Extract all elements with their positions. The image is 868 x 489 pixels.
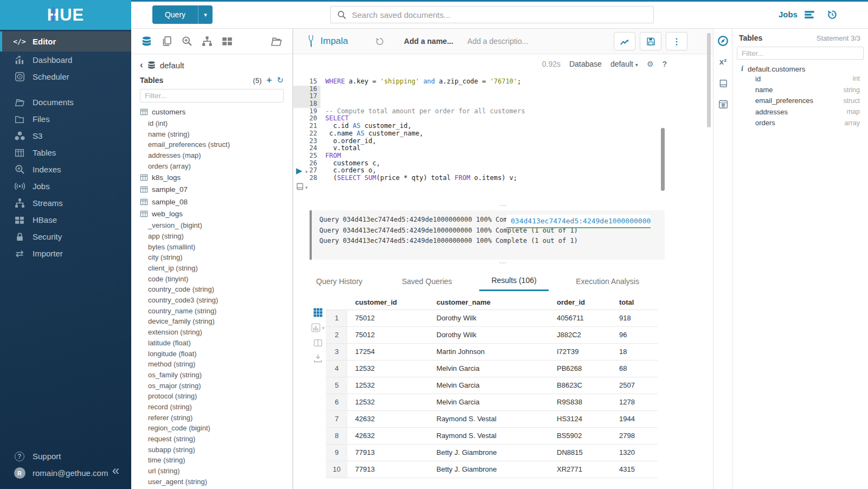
sidebar-item-importer[interactable]: ⇄Importer <box>0 245 131 262</box>
sidebar-item-documents[interactable]: Documents <box>0 94 131 111</box>
calendar-icon[interactable] <box>713 99 732 109</box>
assist-column[interactable]: extension (string) <box>131 327 292 338</box>
results-resize-handle[interactable]: ⋯ <box>293 261 713 266</box>
assist-column[interactable]: _version_ (bigint) <box>131 220 292 231</box>
assist-column[interactable]: protocol (string) <box>131 391 292 402</box>
query-history-icon[interactable] <box>375 37 384 46</box>
code-scrollbar[interactable] <box>661 128 665 191</box>
right-column-email_preferences[interactable]: email_preferencesstruct <box>732 95 868 106</box>
assist-column[interactable]: country_code3 (string) <box>131 295 292 306</box>
history-icon[interactable] <box>827 9 838 20</box>
result-row-7[interactable]: 742632Raymond S. VestalHS31241944 <box>326 410 658 427</box>
tab-query-history[interactable]: Query History <box>304 271 375 291</box>
assist-column[interactable]: city (string) <box>131 252 292 263</box>
assist-column[interactable]: region_code (bigint) <box>131 423 292 434</box>
right-column-orders[interactable]: ordersarray <box>732 118 868 128</box>
result-row-8[interactable]: 842632Raymond S. VestalBS59022798 <box>326 427 658 444</box>
assist-column[interactable]: time (string) <box>131 455 292 466</box>
columns-view-icon[interactable] <box>311 338 325 348</box>
log-resize-handle[interactable]: ⋯ <box>293 203 713 209</box>
result-row-4[interactable]: 412532Melvin GarciaPB626868 <box>326 360 658 377</box>
result-row-6[interactable]: 612532Melvin GarciaR9S8381278 <box>326 394 658 410</box>
refresh-icon[interactable]: ↻ <box>277 75 284 85</box>
save-button[interactable] <box>640 32 661 50</box>
assist-column[interactable]: os_family (string) <box>131 370 292 381</box>
assist-column[interactable]: latitude (float) <box>131 338 292 349</box>
assist-column[interactable]: id (int) <box>131 118 292 129</box>
run-options-caret-icon[interactable]: ▾ <box>305 169 308 175</box>
hue-logo[interactable]: HUE <box>47 5 84 25</box>
sidebar-item-jobs[interactable]: Jobs <box>0 178 131 195</box>
language-docs-icon[interactable] <box>713 79 732 88</box>
assist-column[interactable]: addresses (map) <box>131 150 292 161</box>
snippet-docs-caret-icon[interactable]: ▾ <box>305 185 308 190</box>
sidebar-item-support[interactable]: ? Support <box>0 448 131 465</box>
sidebar-item-indexes[interactable]: Indexes <box>0 161 131 178</box>
tab-execution-analysis[interactable]: Execution Analysis <box>564 271 651 291</box>
snippet-docs-icon[interactable] <box>295 182 304 191</box>
functions-icon[interactable]: x² <box>713 57 732 66</box>
assist-column[interactable]: email_preferences (struct) <box>131 139 292 150</box>
database-select[interactable]: default ▾ <box>610 60 638 68</box>
assist-column[interactable]: name (string) <box>131 128 292 139</box>
sidebar-item-tables[interactable]: Tables <box>0 144 131 161</box>
col-header-customer_name[interactable]: customer_name <box>429 295 549 310</box>
result-row-5[interactable]: 512532Melvin GarciaB8623C2507 <box>326 377 658 394</box>
jobs-list-icon[interactable] <box>804 10 815 20</box>
sidebar-item-streams[interactable]: Streams <box>0 195 131 211</box>
result-row-9[interactable]: 977913Betty J. GiambroneDN88151320 <box>326 444 658 461</box>
documents-copy-icon[interactable] <box>162 36 172 47</box>
sidebar-collapse-button[interactable]: « <box>112 463 119 478</box>
engine-name[interactable]: Impala <box>320 36 348 47</box>
assist-column[interactable]: orders (array) <box>131 160 292 171</box>
tab-results-106-[interactable]: Results (106) <box>479 271 548 291</box>
sitemap-icon[interactable] <box>202 36 213 47</box>
zoom-plus-icon[interactable] <box>182 36 192 47</box>
chart-view-icon[interactable] <box>311 323 320 332</box>
tables-filter-input[interactable] <box>145 92 279 100</box>
right-column-addresses[interactable]: addressesmap <box>732 106 868 117</box>
assist-table-sample_07[interactable]: sample_07 <box>131 183 292 196</box>
databases-icon[interactable] <box>141 36 152 47</box>
assist-column[interactable]: user_agent (string) <box>131 476 292 487</box>
assist-table-web_logs[interactable]: web_logs <box>131 208 292 220</box>
assist-column[interactable]: longitude (float) <box>131 348 292 359</box>
assist-column[interactable]: request (string) <box>131 434 292 445</box>
sidebar-item-editor[interactable]: </>Editor <box>0 31 131 52</box>
col-header-order_id[interactable]: order_id <box>549 295 612 310</box>
result-row-1[interactable]: 175012Dorothy Wilk4056711918 <box>326 310 658 326</box>
assist-column[interactable]: bytes (smallint) <box>131 241 292 252</box>
open-folder-icon[interactable] <box>271 36 282 47</box>
query-caret-icon[interactable]: ▾ <box>198 5 213 24</box>
col-header-customer_id[interactable]: customer_id <box>348 295 429 310</box>
apps-grid-icon[interactable] <box>222 36 233 47</box>
chart-view-caret-icon[interactable]: ▾ <box>322 325 325 331</box>
new-query-button[interactable]: Query ▾ <box>152 5 213 24</box>
back-chevron-icon[interactable]: ‹ <box>140 60 143 70</box>
assist-column[interactable]: country_name (string) <box>131 305 292 316</box>
sidebar-item-files[interactable]: Files <box>0 111 131 127</box>
active-table-row[interactable]: i default.customers <box>732 65 868 73</box>
download-icon[interactable] <box>311 353 325 363</box>
database-name[interactable]: default <box>160 61 184 70</box>
run-query-button[interactable]: ▶ <box>296 166 303 176</box>
assist-compass-icon[interactable] <box>713 35 732 47</box>
assist-column[interactable]: method (string) <box>131 359 292 370</box>
job-id-link[interactable]: 034d413ec7474ed5:4249de1000000000 <box>506 215 651 228</box>
chart-button[interactable] <box>614 32 635 50</box>
assist-column[interactable]: os_major (string) <box>131 380 292 391</box>
assist-column[interactable]: client_ip (string) <box>131 263 292 274</box>
sidebar-item-dashboard[interactable]: Dashboard <box>0 52 131 68</box>
right-filter-input[interactable] <box>742 49 859 57</box>
help-icon[interactable]: ? <box>662 60 667 68</box>
editor-panel-scrollbar[interactable] <box>707 33 711 127</box>
grid-view-icon[interactable] <box>311 308 325 317</box>
sidebar-item-hbase[interactable]: HBase <box>0 211 131 228</box>
info-icon[interactable]: i <box>741 65 743 73</box>
sidebar-item-s3[interactable]: S3 <box>0 127 131 144</box>
assist-column[interactable]: code (tinyint) <box>131 273 292 284</box>
search-input[interactable] <box>352 10 647 20</box>
assist-column[interactable]: record (string) <box>131 402 292 413</box>
assist-column[interactable]: country_code (string) <box>131 284 292 295</box>
query-description-placeholder[interactable]: Add a descriptio... <box>467 37 528 46</box>
